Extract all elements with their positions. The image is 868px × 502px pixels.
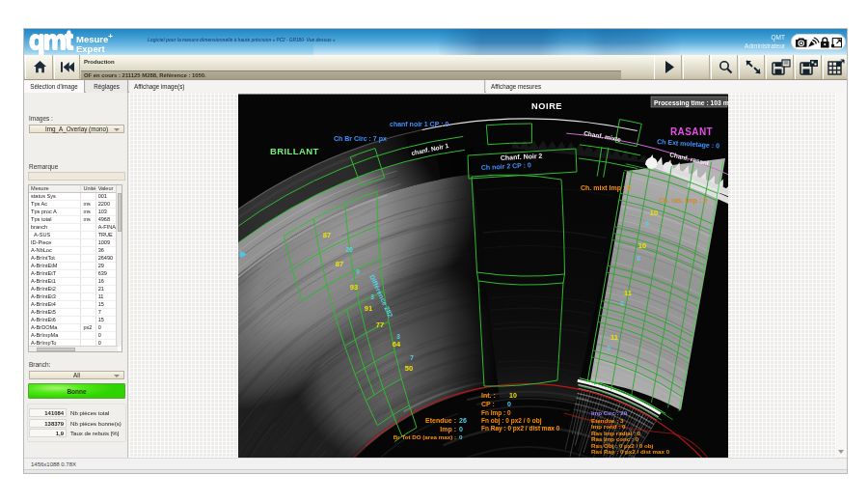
svg-text:Fn obj : 0 px2 / 0 obj: Fn obj : 0 px2 / 0 obj: [481, 417, 542, 425]
svg-text:0: 0: [459, 426, 463, 432]
svg-text:RASANT: RASANT: [670, 126, 713, 137]
svg-text:11: 11: [624, 289, 632, 297]
svg-text:10: 10: [509, 392, 517, 399]
svg-text:7: 7: [410, 354, 414, 361]
svg-text:11: 11: [610, 333, 618, 342]
svg-text:0: 0: [620, 300, 624, 307]
svg-text:Imp Circ : 29: Imp Circ : 29: [591, 409, 628, 416]
svg-text:BRILLANT: BRILLANT: [270, 146, 319, 156]
svg-text:NOIRE: NOIRE: [531, 101, 562, 111]
svg-text:CP :: CP :: [481, 401, 495, 407]
svg-text:0: 0: [507, 401, 511, 407]
svg-text:0: 0: [645, 220, 649, 227]
svg-text:Ras Ray : 0 px2 / dist max 0: Ras Ray : 0 px2 / dist max 0: [591, 448, 670, 455]
svg-text:Ch. ras. Imp : 0: Ch. ras. Imp : 0: [659, 197, 707, 205]
svg-text:3: 3: [396, 333, 400, 340]
svg-text:87: 87: [336, 260, 343, 268]
svg-text:26: 26: [459, 417, 467, 424]
svg-text:91: 91: [365, 304, 372, 313]
svg-text:10: 10: [638, 241, 646, 250]
svg-text:0: 0: [607, 345, 610, 351]
svg-text:10: 10: [650, 209, 658, 217]
svg-text:Int. :: Int. :: [481, 392, 496, 399]
svg-text:Processing time : 103 ms: Processing time : 103 ms: [654, 99, 728, 107]
svg-text:50: 50: [405, 364, 413, 373]
svg-text:Etendue :: Etendue :: [425, 417, 456, 424]
svg-text:26: 26: [345, 246, 353, 253]
svg-text:0: 0: [459, 433, 463, 440]
svg-text:Fn Imp : 0: Fn Imp : 0: [481, 409, 511, 417]
svg-text:93: 93: [350, 283, 358, 292]
svg-text:77: 77: [376, 321, 384, 329]
svg-text:9: 9: [356, 268, 360, 275]
svg-text:chanf noir 1 CP : 0: chanf noir 1 CP : 0: [390, 121, 448, 127]
svg-text:Ch Br Circ : 7 px: Ch Br Circ : 7 px: [334, 135, 387, 143]
svg-text:64: 64: [393, 340, 401, 349]
svg-text:0: 0: [637, 255, 640, 262]
svg-text:87: 87: [323, 231, 331, 239]
svg-text:Ch. mixt Imp : 0: Ch. mixt Imp : 0: [581, 184, 631, 192]
svg-text:Br Tot DO (area max) :: Br Tot DO (area max) :: [393, 433, 456, 440]
svg-text:3: 3: [370, 293, 374, 300]
svg-text:Fn Ray : 0 px2 / dist max 0: Fn Ray : 0 px2 / dist max 0: [481, 425, 560, 432]
